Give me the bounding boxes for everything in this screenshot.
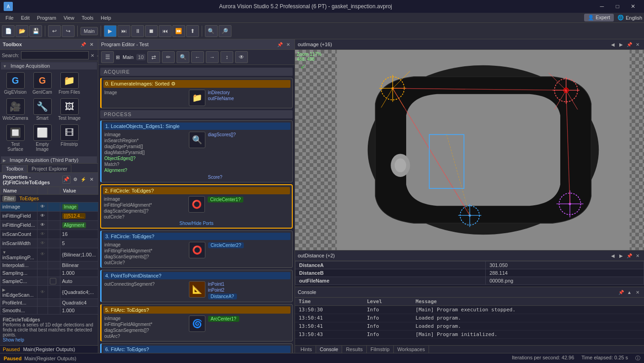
menu-view[interactable]: View	[60, 14, 78, 21]
toolbox-item-testimage[interactable]: 🖼 Test Image	[57, 97, 82, 122]
imgpanel-right-button[interactable]: ▶	[617, 41, 625, 48]
props-row-inscancount[interactable]: inScanCount 👁 16	[0, 230, 107, 239]
toolbox-item-genicam[interactable]: G GenICam	[30, 71, 55, 96]
prog-back-button[interactable]: ←	[191, 51, 204, 63]
prog-close-button[interactable]: ✕	[284, 41, 292, 48]
open-button[interactable]: 📂	[16, 25, 28, 37]
console-close-button[interactable]: ✕	[634, 288, 641, 296]
tab-hints[interactable]: Hints	[297, 346, 316, 353]
toolbox-section-header-image-acquisition[interactable]: Image Acquisition	[1, 62, 97, 69]
node-6[interactable]: 6. FitArc: ToEdges? inImage inFittingFie…	[100, 343, 293, 353]
props-row-samplec[interactable]: SampleC... Auto	[0, 277, 107, 285]
props-row-insamplingp[interactable]: inSamplingP... 👁 {Bilinear;1.00...	[0, 248, 107, 261]
props-row-smoothi[interactable]: Smoothi... 1.000	[0, 307, 107, 315]
pause-button[interactable]: ⏸	[131, 25, 144, 37]
node-5[interactable]: 5. FitArc: ToEdges? inImage inFittingFie…	[100, 304, 293, 342]
props-pin-button[interactable]: 📌	[62, 176, 70, 184]
toolbox-item-gigevision[interactable]: G GigEVision	[3, 71, 28, 96]
prog-search-button[interactable]: 🔍	[177, 51, 189, 63]
toolbox-section-header-third-party[interactable]: Image Acquisition (Third Party)	[1, 156, 97, 163]
new-button[interactable]: 📄	[2, 25, 15, 37]
datapanel-pin-button[interactable]: 📌	[626, 252, 633, 259]
zoom-out-button[interactable]: 🔎	[219, 25, 231, 37]
props-row-infittingfield2[interactable]: inFittingField... 👁 Alignment	[0, 220, 107, 230]
undo-button[interactable]: ↩	[48, 25, 61, 37]
menu-edit[interactable]: Edit	[17, 14, 33, 21]
close-button[interactable]: ✕	[626, 1, 640, 11]
node-1[interactable]: 1. LocateObjects_Edges1: Single inImage …	[100, 120, 293, 182]
tab-results[interactable]: Results	[342, 346, 367, 353]
props-row-inimage[interactable]: inImage 👁 Image	[0, 202, 107, 211]
props-row-sampling[interactable]: Sampling... 1.000	[0, 269, 107, 277]
console-expand-button[interactable]: ▲	[626, 288, 633, 296]
prog-edit-button[interactable]: ✏	[162, 51, 175, 63]
props-row-interpolati[interactable]: Interpolati... Bilinear	[0, 261, 107, 269]
tab-workspaces[interactable]: Workspaces	[394, 346, 429, 353]
toolbox-close-button[interactable]: ✕	[88, 41, 95, 48]
step-next-button[interactable]: ⏭	[118, 25, 130, 37]
maximize-button[interactable]: □	[610, 1, 625, 11]
props-row-inedgescan[interactable]: inEdgeScan... 👁 {Quadratic4;...	[0, 286, 107, 299]
zoom-in-button[interactable]: 🔍	[205, 25, 218, 37]
menu-program[interactable]: Program	[33, 14, 60, 21]
console-pin-button[interactable]: 📌	[617, 288, 625, 296]
menu-tools[interactable]: Tools	[78, 14, 97, 21]
gigevision-icon: G	[6, 72, 25, 89]
search-input[interactable]	[21, 51, 89, 59]
prog-pin-button[interactable]: 📌	[276, 41, 284, 48]
toolbox-item-webcamera[interactable]: 🎥 WebCamera	[3, 97, 28, 122]
menu-file[interactable]: File	[2, 14, 17, 21]
search-clear-button[interactable]: ✕	[91, 52, 94, 59]
toolbox-item-testsurface[interactable]: 🔲 Test Surface	[3, 123, 28, 153]
props-row-infittingfield[interactable]: inFittingField 👁 {{{512.4... ✏	[0, 211, 107, 220]
node-0[interactable]: 0. EnumerateImages: Sorted ⚙ Image 📁 inD…	[100, 78, 293, 108]
node-3[interactable]: 3. FitCircle: ToEdges? inImage inFitting…	[100, 230, 293, 268]
toolbox-item-filmstrip[interactable]: 🎞 Filmstrip	[57, 123, 82, 153]
tab-filmstrip[interactable]: Filmstrip	[367, 346, 394, 353]
props-close-button[interactable]: ✕	[88, 176, 95, 183]
toolbox-item-smart[interactable]: 🔧 Smart	[30, 97, 55, 122]
imgpanel-close-button[interactable]: ✕	[634, 41, 641, 48]
step-back-button[interactable]: ⏮	[159, 25, 172, 37]
datapanel-close-button[interactable]: ✕	[634, 252, 641, 259]
imgpanel-left-button[interactable]: ◀	[609, 41, 617, 48]
run-button[interactable]: ▶	[104, 25, 117, 37]
prog-swap-button[interactable]: ⇄	[147, 51, 160, 63]
node-4[interactable]: 4. PointToPointDistance? outConnectingSe…	[100, 270, 293, 302]
save-button[interactable]: 💾	[29, 25, 42, 37]
language-button[interactable]: 🌐 English	[617, 15, 642, 21]
tab-toolbox[interactable]: Toolbox	[2, 165, 27, 172]
node-2-show-hide[interactable]: Show/Hide Ports	[103, 221, 290, 226]
redo-button[interactable]: ↪	[62, 25, 75, 37]
console-title: Console	[298, 289, 316, 295]
step-forward-button[interactable]: ⏩	[172, 25, 185, 37]
minimize-button[interactable]: ─	[595, 1, 609, 11]
node-1-inner: inImage inSearchRegion* diagEdgePyramid[…	[103, 132, 290, 180]
prog-preview-button[interactable]: 👁	[235, 51, 248, 63]
prog-menu-button[interactable]: ☰	[101, 51, 114, 63]
tab-console[interactable]: Console	[316, 346, 342, 353]
props-row-profileint[interactable]: ProfileInt... Quadratic4	[0, 299, 107, 307]
expert-button[interactable]: 👤 Expert	[584, 14, 614, 21]
image-canvas[interactable]: Zoom 117% 488, 498 ↙	[295, 50, 644, 250]
toolbox-item-emptyimage[interactable]: ⬜ Empty Image	[30, 123, 55, 153]
datapanel-left-button[interactable]: ◀	[609, 252, 617, 259]
props-row-inscanwidth[interactable]: inScanWidth 👁 5	[0, 239, 107, 248]
upload-button[interactable]: ⬆	[186, 25, 199, 37]
datapanel-right-button[interactable]: ▶	[617, 252, 625, 259]
prog-forward-button[interactable]: →	[206, 51, 219, 63]
props-lightning-button[interactable]: ⚡	[80, 176, 87, 183]
tab-project-explorer[interactable]: Project Explorer	[27, 165, 71, 172]
imgpanel-pin-button[interactable]: 📌	[626, 41, 633, 48]
menu-help[interactable]: Help	[97, 14, 115, 21]
props-settings-button[interactable]: ⚙	[71, 176, 79, 183]
status-info-icon[interactable]: ⓘ	[635, 355, 640, 362]
toolbox-item-fromfiles[interactable]: 📁 From Files	[57, 71, 82, 96]
toolbox-pin-button[interactable]: 📌	[80, 41, 87, 48]
stop-button[interactable]: ⏹	[145, 25, 158, 37]
node-0-indirectory-port: inDirectory	[208, 90, 230, 95]
app-icon: A	[4, 2, 13, 11]
prog-fit-button[interactable]: ↕	[220, 51, 233, 63]
show-help-link[interactable]: Show help	[3, 337, 24, 342]
node-2[interactable]: 2. FitCircle: ToEdges? inImage inFitting…	[100, 184, 293, 229]
